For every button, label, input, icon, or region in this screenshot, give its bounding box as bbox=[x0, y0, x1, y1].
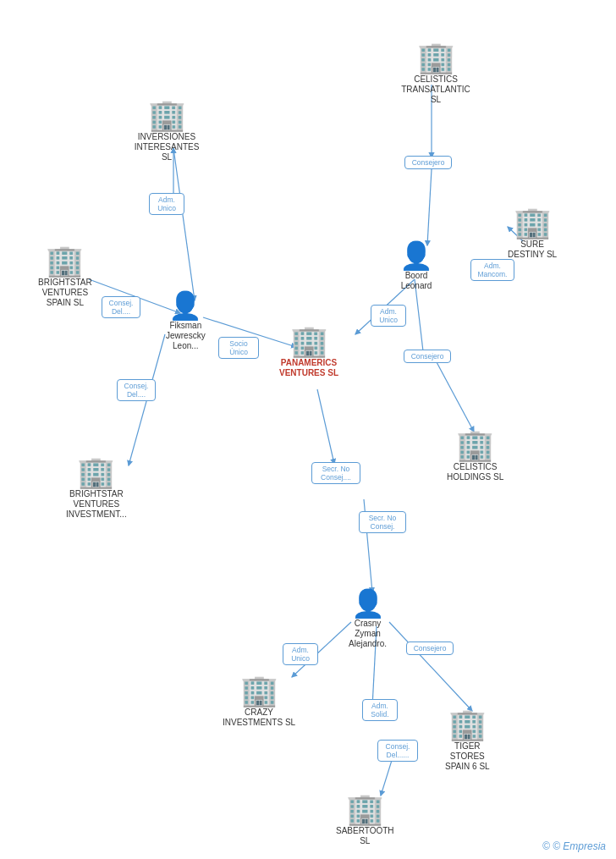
building-icon-tiger: 🏢 bbox=[448, 709, 487, 740]
node-crazy: 🏢 CRAZYINVESTMENTS SL bbox=[223, 675, 295, 728]
badge-consej-del-brightstar[interactable]: Consej.Del.... bbox=[102, 296, 140, 318]
badge-consejero-crasny-tiger[interactable]: Consejero bbox=[406, 641, 454, 655]
building-icon-crazy: 🏢 bbox=[240, 675, 278, 706]
person-icon-boord: 👤 bbox=[399, 242, 433, 269]
node-fiksman: 👤 FiksmanJewresckyLeon... bbox=[166, 292, 206, 351]
label-boord: BoordLeonard bbox=[401, 271, 432, 291]
node-celistics-trans: 🏢 CELISTICSTRANSATLANTIC SL bbox=[398, 42, 474, 105]
building-icon-celistics-trans: 🏢 bbox=[417, 42, 455, 73]
label-celistics-trans: CELISTICSTRANSATLANTIC SL bbox=[398, 74, 474, 105]
badge-consej-del-tiger-saber[interactable]: Consej.Del...... bbox=[377, 740, 418, 762]
building-icon-brightstar-spain: 🏢 bbox=[46, 245, 84, 276]
building-icon-inversiones: 🏢 bbox=[148, 100, 186, 130]
connection-lines bbox=[0, 0, 616, 859]
label-crazy: CRAZYINVESTMENTS SL bbox=[223, 708, 295, 728]
node-tiger: 🏢 TIGERSTORESSPAIN 6 SL bbox=[445, 709, 490, 772]
badge-socio-unico[interactable]: SocioÚnico bbox=[218, 337, 259, 359]
badge-secr-no-consej-2[interactable]: Secr. NoConsej. bbox=[359, 511, 406, 533]
node-brightstar-spain: 🏢 BRIGHTSTARVENTURESSPAIN SL bbox=[38, 245, 92, 308]
label-crasny: CrasnyZymanAlejandro. bbox=[349, 619, 387, 649]
node-crasny: 👤 CrasnyZymanAlejandro. bbox=[349, 590, 387, 649]
node-brightstar-invest: 🏢 BRIGHTSTARVENTURESINVESTMENT... bbox=[66, 457, 127, 520]
svg-line-14 bbox=[389, 622, 472, 711]
svg-line-0 bbox=[173, 148, 195, 300]
svg-line-10 bbox=[427, 169, 432, 245]
person-icon-crasny: 👤 bbox=[351, 590, 385, 617]
svg-line-11 bbox=[317, 389, 334, 464]
label-brightstar-invest: BRIGHTSTARVENTURESINVESTMENT... bbox=[66, 489, 127, 520]
badge-adm-mancom[interactable]: Adm.Mancom. bbox=[470, 259, 514, 281]
badge-consej-del-invest[interactable]: Consej.Del.... bbox=[117, 379, 156, 401]
badge-consejero-boord-holdings[interactable]: Consejero bbox=[404, 350, 451, 363]
node-inversiones: 🏢 INVERSIONES INTERESANTES SL bbox=[129, 100, 205, 162]
svg-line-8 bbox=[437, 362, 474, 432]
label-celistics-holdings: CELISTICSHOLDINGS SL bbox=[447, 462, 503, 482]
label-sabertooth: SABERTOOTHSL bbox=[336, 826, 394, 846]
label-inversiones: INVERSIONES INTERESANTES SL bbox=[129, 132, 205, 162]
person-icon-fiksman: 👤 bbox=[168, 292, 202, 319]
watermark-copyright: © bbox=[542, 840, 550, 852]
badge-consejero-celistics-trans[interactable]: Consejero bbox=[404, 156, 452, 169]
corporate-diagram: 🏢 INVERSIONES INTERESANTES SL 🏢 CELISTIC… bbox=[0, 0, 616, 859]
watermark-text: © Empresia bbox=[553, 840, 606, 852]
label-central: PANAMERICSVENTURES SL bbox=[279, 358, 338, 378]
node-boord: 👤 BoordLeonard bbox=[399, 242, 433, 291]
label-tiger: TIGERSTORESSPAIN 6 SL bbox=[445, 741, 490, 772]
building-icon-sabertooth: 🏢 bbox=[346, 794, 384, 824]
building-icon-sure-destiny: 🏢 bbox=[514, 207, 552, 238]
node-central: 🏢 PANAMERICSVENTURES SL bbox=[279, 326, 338, 378]
building-icon-celistics-holdings: 🏢 bbox=[456, 430, 494, 460]
building-icon-central: 🏢 bbox=[290, 326, 328, 356]
label-fiksman: FiksmanJewresckyLeon... bbox=[166, 321, 206, 351]
badge-secr-no-consej-1[interactable]: Secr. NoConsej.... bbox=[311, 462, 360, 484]
label-brightstar-spain: BRIGHTSTARVENTURESSPAIN SL bbox=[38, 278, 92, 308]
badge-adm-unico-boord[interactable]: Adm.Unico bbox=[371, 305, 406, 327]
label-sure-destiny: SUREDESTINY SL bbox=[508, 240, 557, 260]
badge-adm-solid[interactable]: Adm.Solid. bbox=[362, 699, 398, 721]
badge-adm-unico-inversiones[interactable]: Adm.Unico bbox=[149, 193, 184, 215]
node-sure-destiny: 🏢 SUREDESTINY SL bbox=[508, 207, 557, 260]
badge-adm-unico-crasny-crazy[interactable]: Adm.Unico bbox=[283, 643, 318, 665]
node-sabertooth: 🏢 SABERTOOTHSL bbox=[336, 794, 394, 846]
node-celistics-holdings: 🏢 CELISTICSHOLDINGS SL bbox=[447, 430, 503, 482]
building-icon-brightstar-invest: 🏢 bbox=[77, 457, 115, 487]
watermark: © © Empresia bbox=[542, 840, 606, 852]
